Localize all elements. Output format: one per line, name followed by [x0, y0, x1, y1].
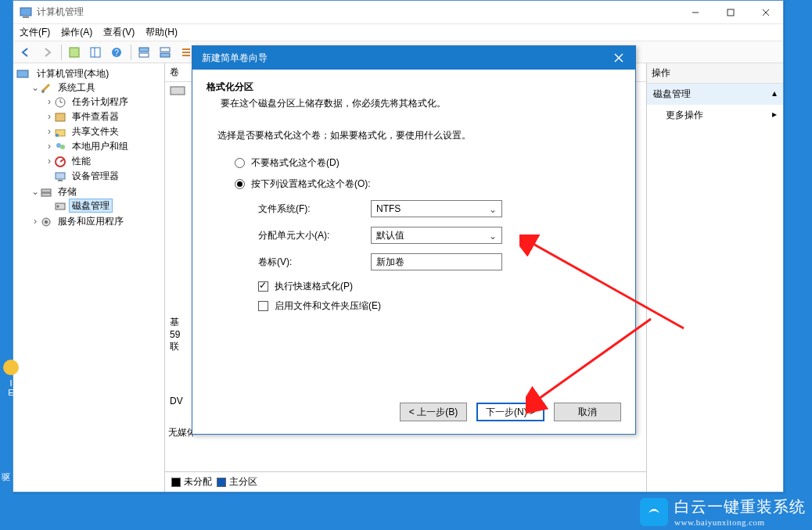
help-icon[interactable]: ?	[107, 43, 126, 62]
radio-do-not-format[interactable]	[235, 158, 245, 168]
actions-header: 操作	[647, 63, 783, 84]
services-icon	[40, 216, 52, 228]
svg-line-31	[60, 159, 63, 162]
app-icon	[20, 6, 32, 19]
expand-icon[interactable]: ›	[31, 216, 40, 227]
menubar: 文件(F) 操作(A) 查看(V) 帮助(H)	[13, 24, 783, 41]
watermark-logo-icon	[640, 498, 668, 526]
checkbox-quick-format[interactable]	[258, 281, 268, 292]
svg-rect-6	[70, 48, 79, 57]
view-top-icon[interactable]	[135, 43, 153, 62]
actions-pane: 操作 磁盘管理▴ 更多操作▸	[646, 63, 783, 492]
expand-icon[interactable]: ›	[45, 96, 54, 107]
filesystem-combobox[interactable]: NTFS ⌄	[371, 200, 502, 217]
watermark: 白云一键重装系统 www.baiyunxitong.com	[640, 496, 806, 527]
device-manager-icon	[54, 170, 66, 183]
up-icon[interactable]	[65, 43, 84, 62]
expand-icon[interactable]: ›	[45, 111, 54, 122]
wizard-heading: 格式化分区	[207, 81, 621, 94]
allocation-combobox[interactable]: 默认值 ⌄	[371, 227, 502, 244]
legend-unallocated: 未分配	[184, 476, 212, 487]
collapse-icon[interactable]: ⌄	[31, 82, 40, 93]
expand-icon[interactable]: ›	[45, 156, 54, 167]
tree-local-users[interactable]: 本地用户和组	[70, 140, 131, 152]
svg-rect-11	[139, 48, 149, 52]
expand-caret-icon: ▸	[772, 109, 777, 120]
wizard-subheading: 要在这个磁盘分区上储存数据，你必须先将其格式化。	[221, 97, 621, 110]
legend-primary: 主分区	[229, 476, 257, 487]
svg-rect-40	[171, 87, 185, 95]
minimize-button[interactable]	[677, 1, 713, 23]
wizard-close-button[interactable]	[602, 46, 635, 70]
svg-rect-14	[160, 53, 170, 57]
blank-expand	[45, 200, 54, 211]
svg-point-45	[3, 360, 19, 375]
checkbox-compression-label[interactable]: 启用文件和文件夹压缩(E)	[275, 299, 381, 313]
svg-point-37	[57, 205, 59, 207]
legend: 未分配 主分区	[165, 471, 646, 492]
svg-rect-32	[56, 173, 65, 179]
svg-point-39	[45, 220, 48, 224]
tree-device-manager[interactable]: 设备管理器	[70, 170, 121, 182]
collapse-icon[interactable]: ⌄	[31, 186, 40, 197]
svg-rect-1	[23, 16, 29, 18]
volume-name-input[interactable]: 新加卷	[371, 253, 502, 270]
tree-disk-management[interactable]: 磁盘管理	[70, 199, 112, 212]
maximize-button[interactable]	[713, 1, 748, 23]
menu-file[interactable]: 文件(F)	[20, 26, 50, 39]
perf-icon	[54, 156, 66, 168]
column-volume[interactable]: 卷	[170, 66, 179, 79]
tree-performance[interactable]: 性能	[70, 155, 93, 167]
svg-rect-20	[17, 70, 28, 77]
menu-action[interactable]: 操作(A)	[61, 26, 92, 39]
title-text: 计算机管理	[37, 5, 84, 19]
close-button[interactable]	[748, 1, 783, 23]
cancel-button[interactable]: 取消	[554, 403, 621, 421]
actions-disk-management[interactable]: 磁盘管理▴	[647, 84, 783, 105]
svg-rect-33	[58, 180, 63, 181]
view-bottom-icon[interactable]	[156, 43, 174, 62]
tree-task-scheduler[interactable]: 任务计划程序	[70, 95, 131, 108]
expand-icon[interactable]: ›	[45, 141, 54, 152]
blank-expand	[45, 170, 54, 181]
watermark-url: www.baiyunxitong.com	[674, 517, 806, 527]
new-simple-volume-wizard: 新建简单卷向导 格式化分区 要在这个磁盘分区上储存数据，你必须先将其格式化。 选…	[192, 45, 636, 435]
checkbox-quick-format-label[interactable]: 执行快速格式化(P)	[275, 280, 353, 293]
tree-services[interactable]: 服务和应用程序	[56, 215, 126, 227]
forward-icon[interactable]	[38, 43, 56, 62]
menu-view[interactable]: 查看(V)	[103, 26, 135, 39]
back-icon[interactable]	[16, 43, 35, 62]
titlebar: 计算机管理	[13, 1, 783, 24]
chevron-down-icon: ⌄	[489, 231, 497, 242]
tree-storage[interactable]: 存储	[56, 185, 79, 198]
actions-more[interactable]: 更多操作▸	[647, 105, 783, 126]
next-button[interactable]: 下一步(N) >	[476, 403, 544, 421]
wizard-title: 新建简单卷向导	[202, 52, 268, 65]
storage-icon	[40, 186, 52, 199]
tree-event-viewer[interactable]: 事件查看器	[70, 110, 121, 123]
event-viewer-icon	[54, 111, 66, 124]
radio-format-volume-label[interactable]: 按下列设置格式化这个卷(O):	[251, 177, 371, 191]
radio-do-not-format-label[interactable]: 不要格式化这个卷(D)	[251, 156, 340, 170]
volume-name-value: 新加卷	[376, 256, 404, 269]
show-hide-icon[interactable]	[86, 43, 105, 62]
radio-format-volume[interactable]	[235, 179, 245, 189]
wizard-titlebar: 新建简单卷向导	[192, 46, 635, 70]
expand-icon[interactable]: ›	[45, 126, 54, 137]
chevron-down-icon: ⌄	[489, 204, 497, 215]
svg-rect-3	[728, 9, 734, 16]
disk-mgmt-icon	[54, 200, 66, 213]
tree-root[interactable]: 计算机管理(本地)	[34, 67, 111, 80]
legend-unallocated-swatch	[171, 478, 181, 487]
checkbox-compression[interactable]	[258, 301, 268, 311]
computer-icon	[16, 68, 29, 81]
collapse-caret-icon: ▴	[772, 88, 777, 98]
watermark-title: 白云一键重装系统	[674, 496, 806, 517]
tree-system-tools[interactable]: 系统工具	[56, 81, 98, 94]
scheduler-icon	[54, 96, 66, 109]
svg-rect-12	[139, 53, 149, 57]
tree-shared-folders[interactable]: 共享文件夹	[70, 125, 121, 138]
back-button[interactable]: < 上一步(B)	[400, 403, 467, 421]
menu-help[interactable]: 帮助(H)	[146, 26, 178, 39]
tools-icon	[40, 82, 52, 95]
